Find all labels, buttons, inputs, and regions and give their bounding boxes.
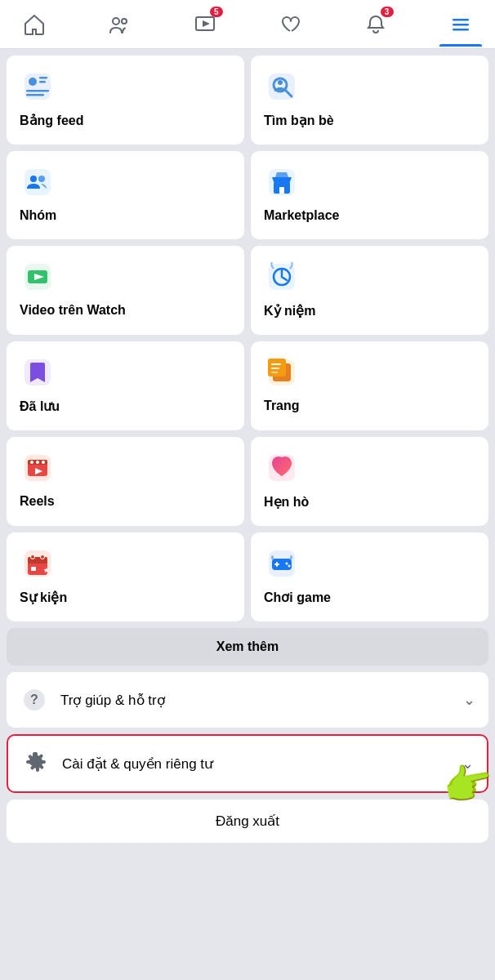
gaming-icon: [264, 546, 300, 581]
reels-icon: [20, 450, 56, 486]
menu-grid: Bảng feed Tìm bạn bè Nhóm: [0, 49, 495, 628]
grid-item-hen-ho[interactable]: Hẹn hò: [251, 437, 488, 526]
svg-marker-3: [203, 20, 210, 27]
choi-game-label: Chơi game: [264, 590, 475, 605]
svg-point-56: [288, 565, 291, 568]
svg-rect-6: [453, 29, 469, 31]
settings-icon: [21, 749, 51, 778]
nav-menu[interactable]: [439, 3, 482, 46]
settings-item[interactable]: Cài đặt & quyền riêng tư ⌄: [8, 736, 487, 791]
see-more-button[interactable]: Xem thêm: [7, 628, 488, 666]
svg-text:?: ?: [30, 693, 38, 706]
svg-rect-10: [26, 94, 44, 96]
nav-friends[interactable]: [98, 3, 140, 46]
help-section: ? Trợ giúp & hỗ trợ ⌄: [7, 672, 488, 728]
grid-item-da-luu[interactable]: Đã lưu: [7, 341, 244, 430]
grid-item-ky-niem[interactable]: Kỷ niệm: [251, 246, 488, 335]
svg-rect-4: [453, 19, 469, 21]
svg-point-55: [286, 563, 288, 565]
svg-rect-17: [25, 169, 51, 195]
svg-rect-32: [271, 363, 281, 365]
nav-watch[interactable]: 5: [184, 3, 226, 46]
svg-point-40: [42, 461, 45, 464]
watch-video-icon: [20, 259, 56, 295]
search-people-icon: [264, 69, 300, 105]
grid-item-bang-feed[interactable]: Bảng feed: [7, 56, 244, 145]
svg-point-16: [278, 80, 283, 85]
svg-point-39: [36, 461, 39, 464]
svg-point-8: [29, 78, 37, 86]
svg-rect-58: [290, 555, 292, 559]
video-watch-label: Video trên Watch: [20, 303, 231, 318]
grid-item-video-watch[interactable]: Video trên Watch: [7, 246, 244, 335]
marketplace-label: Marketplace: [264, 208, 475, 223]
nav-favorites[interactable]: [269, 3, 311, 46]
memories-icon: [264, 259, 300, 295]
header: 5 3: [0, 0, 495, 49]
svg-point-47: [41, 555, 45, 559]
settings-label: Cài đặt & quyền riêng tư: [62, 755, 462, 773]
tim-ban-be-label: Tìm bạn bè: [264, 113, 475, 128]
help-icon: ?: [20, 685, 49, 715]
hen-ho-label: Hẹn hò: [264, 494, 475, 510]
su-kien-label: Sự kiện: [20, 590, 231, 605]
svg-rect-48: [31, 567, 36, 571]
svg-text:★: ★: [43, 567, 50, 574]
nav-home[interactable]: [13, 3, 56, 46]
help-item[interactable]: ? Trợ giúp & hỗ trợ ⌄: [7, 672, 488, 728]
grid-item-tim-ban-be[interactable]: Tìm bạn bè: [251, 56, 488, 145]
help-chevron: ⌄: [463, 691, 475, 709]
grid-item-trang[interactable]: Trang: [251, 341, 488, 430]
svg-point-1: [122, 19, 127, 24]
svg-point-19: [38, 176, 45, 182]
grid-item-reels[interactable]: Reels: [7, 437, 244, 526]
pages-icon: [264, 354, 300, 390]
grid-item-nhom[interactable]: Nhóm: [7, 151, 244, 239]
ky-niem-label: Kỷ niệm: [264, 303, 475, 318]
watch-badge: 5: [210, 7, 223, 17]
feed-icon: [20, 69, 56, 105]
da-luu-label: Đã lưu: [20, 399, 231, 414]
svg-point-46: [31, 555, 35, 559]
svg-point-18: [30, 176, 37, 182]
svg-point-0: [113, 18, 119, 24]
reels-label: Reels: [20, 494, 231, 509]
svg-rect-54: [274, 564, 279, 565]
svg-rect-12: [39, 81, 46, 83]
grid-item-su-kien[interactable]: ★ Sự kiện: [7, 532, 244, 621]
marketplace-icon: [264, 164, 300, 200]
saved-icon: [20, 354, 56, 390]
nhom-label: Nhóm: [20, 208, 231, 223]
svg-rect-57: [271, 555, 274, 559]
notifications-badge: 3: [381, 7, 394, 17]
svg-rect-11: [39, 77, 47, 79]
grid-item-marketplace[interactable]: Marketplace: [251, 151, 488, 239]
grid-item-choi-game[interactable]: Chơi game: [251, 532, 488, 621]
help-label: Trợ giúp & hỗ trợ: [60, 692, 463, 709]
settings-section: Cài đặt & quyền riêng tư ⌄ 👈: [7, 734, 488, 793]
settings-chevron: ⌄: [462, 755, 474, 773]
groups-icon: [20, 164, 56, 200]
svg-rect-33: [271, 368, 279, 369]
bang-feed-label: Bảng feed: [20, 113, 231, 128]
events-icon: ★: [20, 546, 56, 581]
nav-notifications[interactable]: 3: [355, 3, 397, 46]
trang-label: Trang: [264, 399, 475, 413]
svg-rect-5: [453, 24, 469, 26]
svg-rect-22: [279, 187, 284, 194]
svg-rect-34: [271, 372, 278, 373]
dating-icon: [264, 450, 300, 486]
svg-rect-9: [26, 90, 49, 92]
svg-point-38: [30, 461, 33, 464]
logout-button[interactable]: Đăng xuất: [7, 800, 488, 843]
